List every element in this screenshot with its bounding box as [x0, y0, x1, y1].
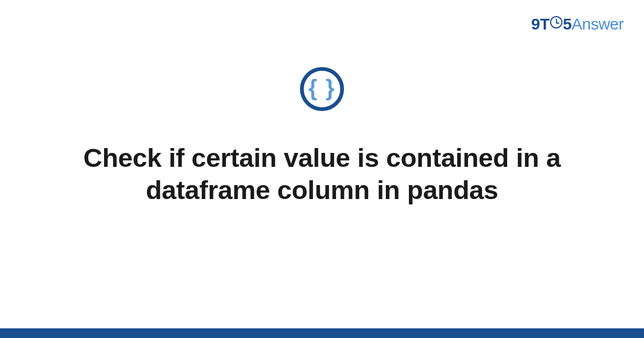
- question-title: Check if certain value is contained in a…: [0, 142, 644, 207]
- brand-answer: Answer: [572, 15, 624, 33]
- brand-nine: 9: [531, 15, 540, 33]
- clock-icon: [550, 16, 562, 28]
- brand-t: T: [540, 15, 550, 33]
- topic-icon-circle: { }: [300, 67, 344, 111]
- curly-braces-icon: { }: [309, 77, 335, 99]
- main-content: { } Check if certain value is contained …: [0, 67, 644, 207]
- footer-bar: [0, 328, 644, 338]
- brand-five: 5: [563, 15, 572, 33]
- site-brand-logo: 9T5Answer: [531, 15, 624, 33]
